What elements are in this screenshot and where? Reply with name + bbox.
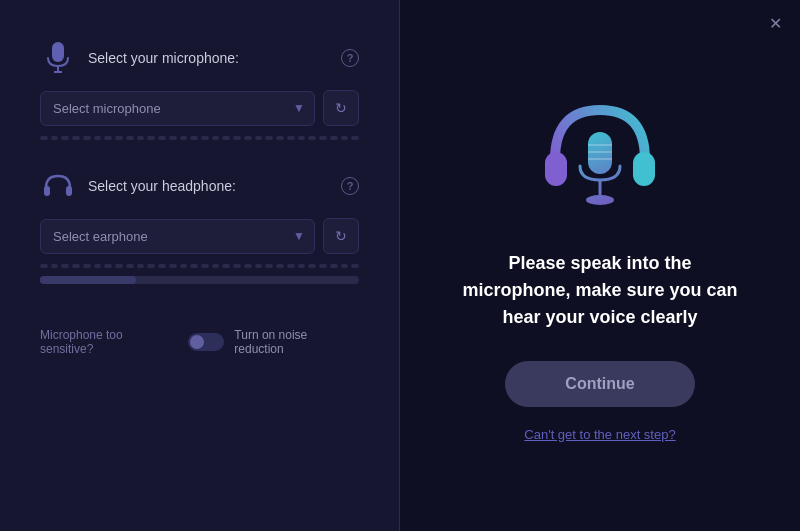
h-vol-dot-6 bbox=[94, 264, 102, 268]
microphone-volume-bar bbox=[40, 136, 359, 140]
h-vol-dot-28 bbox=[330, 264, 338, 268]
vol-dot-3 bbox=[61, 136, 69, 140]
h-vol-dot-23 bbox=[276, 264, 284, 268]
vol-dot-8 bbox=[115, 136, 123, 140]
h-vol-dot-5 bbox=[83, 264, 91, 268]
vol-dot-1 bbox=[40, 136, 48, 140]
headphone-section: Select your headphone: ? Select earphone… bbox=[40, 168, 359, 284]
svg-point-12 bbox=[586, 195, 614, 205]
h-vol-dot-15 bbox=[190, 264, 198, 268]
h-vol-dot-11 bbox=[147, 264, 155, 268]
headphone-info-icon[interactable]: ? bbox=[341, 177, 359, 195]
microphone-info-icon[interactable]: ? bbox=[341, 49, 359, 67]
toggle-knob bbox=[190, 335, 204, 349]
svg-rect-3 bbox=[44, 186, 50, 196]
h-vol-dot-14 bbox=[180, 264, 188, 268]
h-vol-dot-8 bbox=[115, 264, 123, 268]
h-vol-dot-27 bbox=[319, 264, 327, 268]
svg-rect-0 bbox=[52, 42, 64, 62]
left-panel: Select your microphone: ? Select microph… bbox=[0, 0, 400, 531]
h-vol-dot-13 bbox=[169, 264, 177, 268]
h-vol-dot-16 bbox=[201, 264, 209, 268]
vol-dot-13 bbox=[169, 136, 177, 140]
vol-dot-25 bbox=[298, 136, 306, 140]
h-vol-dot-18 bbox=[222, 264, 230, 268]
noise-reduction-toggle[interactable] bbox=[188, 333, 224, 351]
vol-dot-23 bbox=[276, 136, 284, 140]
h-vol-dot-12 bbox=[158, 264, 166, 268]
vol-dot-26 bbox=[308, 136, 316, 140]
microphone-title-row: Select your microphone: ? bbox=[88, 49, 359, 67]
h-vol-dot-9 bbox=[126, 264, 134, 268]
headphone-title: Select your headphone: bbox=[88, 178, 236, 194]
h-vol-dot-29 bbox=[341, 264, 349, 268]
vol-dot-24 bbox=[287, 136, 295, 140]
noise-prefix-label: Microphone too sensitive? bbox=[40, 328, 178, 356]
headphone-icon bbox=[40, 168, 76, 204]
vol-dot-21 bbox=[255, 136, 263, 140]
headphone-select-wrapper: Select earphone ▼ bbox=[40, 219, 315, 254]
h-vol-dot-1 bbox=[40, 264, 48, 268]
vol-dot-17 bbox=[212, 136, 220, 140]
instruction-text: Please speak into the microphone, make s… bbox=[460, 250, 740, 331]
vol-dot-14 bbox=[180, 136, 188, 140]
microphone-icon bbox=[40, 40, 76, 76]
vol-dot-11 bbox=[147, 136, 155, 140]
vol-dot-10 bbox=[137, 136, 145, 140]
h-vol-dot-4 bbox=[72, 264, 80, 268]
vol-dot-12 bbox=[158, 136, 166, 140]
microphone-select[interactable]: Select microphone bbox=[40, 91, 315, 126]
close-button[interactable]: ✕ bbox=[769, 16, 782, 32]
headphone-slider-fill bbox=[40, 276, 136, 284]
svg-rect-4 bbox=[66, 186, 72, 196]
h-vol-dot-20 bbox=[244, 264, 252, 268]
noise-reduction-row: Microphone too sensitive? Turn on noise … bbox=[40, 328, 359, 356]
headphone-refresh-button[interactable]: ↻ bbox=[323, 218, 359, 254]
microphone-section-header: Select your microphone: ? bbox=[40, 40, 359, 76]
vol-dot-27 bbox=[319, 136, 327, 140]
vol-dot-20 bbox=[244, 136, 252, 140]
h-vol-dot-3 bbox=[61, 264, 69, 268]
vol-dot-18 bbox=[222, 136, 230, 140]
dialog-container: Select your microphone: ? Select microph… bbox=[0, 0, 800, 531]
microphone-volume-dots bbox=[40, 136, 359, 140]
microphone-refresh-button[interactable]: ↻ bbox=[323, 90, 359, 126]
vol-dot-29 bbox=[341, 136, 349, 140]
help-link[interactable]: Can't get to the next step? bbox=[524, 427, 675, 442]
h-vol-dot-30 bbox=[351, 264, 359, 268]
svg-rect-5 bbox=[545, 152, 567, 186]
vol-dot-16 bbox=[201, 136, 209, 140]
h-vol-dot-22 bbox=[265, 264, 273, 268]
microphone-select-row: Select microphone ▼ ↻ bbox=[40, 90, 359, 126]
vol-dot-15 bbox=[190, 136, 198, 140]
h-vol-dot-25 bbox=[298, 264, 306, 268]
earphone-select[interactable]: Select earphone bbox=[40, 219, 315, 254]
h-vol-dot-10 bbox=[137, 264, 145, 268]
h-vol-dot-26 bbox=[308, 264, 316, 268]
continue-button[interactable]: Continue bbox=[505, 361, 694, 407]
vol-dot-4 bbox=[72, 136, 80, 140]
headphone-slider-track bbox=[40, 276, 359, 284]
microphone-select-wrapper: Select microphone ▼ bbox=[40, 91, 315, 126]
vol-dot-2 bbox=[51, 136, 59, 140]
mic-headphone-illustration bbox=[530, 90, 670, 220]
vol-dot-6 bbox=[94, 136, 102, 140]
h-vol-dot-17 bbox=[212, 264, 220, 268]
headphone-title-row: Select your headphone: ? bbox=[88, 177, 359, 195]
vol-dot-7 bbox=[104, 136, 112, 140]
headphone-volume-bar bbox=[40, 264, 359, 284]
vol-dot-22 bbox=[265, 136, 273, 140]
vol-dot-28 bbox=[330, 136, 338, 140]
vol-dot-19 bbox=[233, 136, 241, 140]
headphone-select-row: Select earphone ▼ ↻ bbox=[40, 218, 359, 254]
microphone-title: Select your microphone: bbox=[88, 50, 239, 66]
svg-rect-6 bbox=[633, 152, 655, 186]
h-vol-dot-19 bbox=[233, 264, 241, 268]
h-vol-dot-21 bbox=[255, 264, 263, 268]
noise-suffix-label: Turn on noise reduction bbox=[234, 328, 359, 356]
vol-dot-9 bbox=[126, 136, 134, 140]
microphone-section: Select your microphone: ? Select microph… bbox=[40, 40, 359, 140]
vol-dot-30 bbox=[351, 136, 359, 140]
svg-rect-7 bbox=[588, 132, 612, 174]
h-vol-dot-24 bbox=[287, 264, 295, 268]
